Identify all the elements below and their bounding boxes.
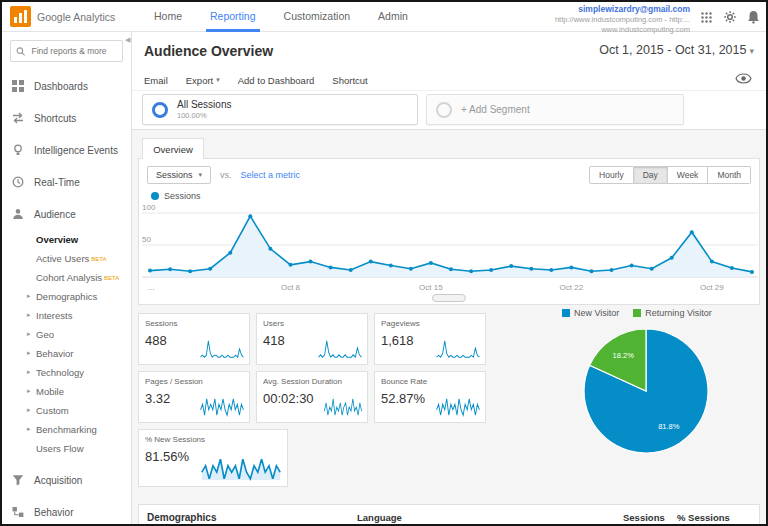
metric-picker-row: Sessions▾ vs. Select a metric xyxy=(147,166,300,184)
metric-card-pages-per-session[interactable]: Pages / Session 3.32 xyxy=(138,371,250,423)
account-property-line2: www.industcomputing.com xyxy=(555,25,690,35)
metric-card-sessions[interactable]: Sessions 488 xyxy=(138,313,250,365)
sparkline-chart xyxy=(199,397,245,417)
metric-card-pageviews[interactable]: Pageviews 1,618 xyxy=(374,313,486,365)
chart-scroll-handle[interactable] xyxy=(432,294,466,302)
metric-card-new-sessions[interactable]: % New Sessions 81.56% xyxy=(138,429,288,487)
legend-new-visitor[interactable]: New Visitor xyxy=(562,308,619,318)
demographics-heading: Demographics xyxy=(147,512,216,523)
metric-card-users[interactable]: Users 418 xyxy=(256,313,368,365)
bell-icon[interactable] xyxy=(747,10,760,24)
sidebar-item-dashboards[interactable]: Dashboards xyxy=(2,70,131,102)
google-analytics-logo[interactable] xyxy=(10,6,31,27)
granularity-hourly-button[interactable]: Hourly xyxy=(589,166,634,184)
flow-icon xyxy=(12,506,25,518)
sidebar-item-custom[interactable]: ▸Custom xyxy=(2,401,131,420)
nav-item-home[interactable]: Home xyxy=(140,2,196,32)
search-icon xyxy=(16,46,25,57)
tab-overview[interactable]: Overview xyxy=(142,138,204,159)
sessions-chart-panel: Sessions▾ vs. Select a metric Hourly Day… xyxy=(138,158,760,305)
sidebar-item-users-flow[interactable]: Users Flow xyxy=(2,439,131,458)
date-range-picker[interactable]: Oct 1, 2015 - Oct 31, 2015▾ xyxy=(599,43,754,57)
segment-builder: All Sessions 100.00% + Add Segment xyxy=(142,94,684,125)
sidebar-item-demographics[interactable]: ▸Demographics xyxy=(2,287,131,306)
metric-label: Pageviews xyxy=(381,319,479,328)
sidebar-item-real-time[interactable]: Real-Time xyxy=(2,166,131,198)
sparkline-chart xyxy=(317,339,363,359)
metric-label: Sessions xyxy=(145,319,243,328)
sidebar-subitem-label: Mobile xyxy=(36,386,64,397)
metric-select-dropdown[interactable]: Sessions▾ xyxy=(147,166,211,184)
legend-label: Returning Visitor xyxy=(645,308,711,318)
funnel-icon xyxy=(12,474,25,486)
nav-item-customization[interactable]: Customization xyxy=(270,2,365,32)
sidebar-item-technology[interactable]: ▸Technology xyxy=(2,363,131,382)
metric-card-bounce-rate[interactable]: Bounce Rate 52.87% xyxy=(374,371,486,423)
add-segment-button[interactable]: + Add Segment xyxy=(426,94,684,125)
expand-caret-icon: ▸ xyxy=(27,368,31,376)
gear-icon[interactable] xyxy=(723,10,737,24)
nav-item-admin[interactable]: Admin xyxy=(364,2,422,32)
returning-visitor-swatch-icon xyxy=(633,309,641,317)
sidebar-subitem-label: Active Users xyxy=(36,253,89,264)
sidebar-subitem-label: Technology xyxy=(36,367,84,378)
sessions-column-header[interactable]: Sessions xyxy=(623,512,665,523)
metric-card-avg-session-duration[interactable]: Avg. Session Duration 00:02:30 xyxy=(256,371,368,423)
all-sessions-segment[interactable]: All Sessions 100.00% xyxy=(142,94,418,125)
account-property-line1: http://www.industcomputing.com - http:..… xyxy=(555,15,690,25)
search-input[interactable] xyxy=(29,45,117,57)
metric-label: Pages / Session xyxy=(145,377,243,386)
apps-grid-icon[interactable] xyxy=(700,11,713,24)
select-metric-link[interactable]: Select a metric xyxy=(241,170,301,180)
chart-legend-label: Sessions xyxy=(164,191,201,201)
sidebar-subitem-label: Demographics xyxy=(36,291,97,302)
sidebar-collapse-button[interactable]: ◀ xyxy=(125,36,130,44)
brand-title: Google Analytics xyxy=(37,11,115,23)
demographics-table-panel: Demographics Language Sessions % Session… xyxy=(138,504,760,526)
sidebar-item-audience[interactable]: Audience xyxy=(2,198,131,230)
sidebar-subitem-label: Interests xyxy=(36,310,72,321)
sidebar-item-behavior[interactable]: Behavior xyxy=(2,496,131,524)
export-button[interactable]: Export▾ xyxy=(186,75,220,86)
svg-text:100: 100 xyxy=(142,203,156,212)
sidebar-item-geo[interactable]: ▸Geo xyxy=(2,325,131,344)
sidebar-subitem-label: Benchmarking xyxy=(36,424,97,435)
sidebar-item-interests[interactable]: ▸Interests xyxy=(2,306,131,325)
sidebar-item-shortcuts[interactable]: Shortcuts xyxy=(2,102,131,134)
sidebar-item-overview[interactable]: Overview xyxy=(2,230,131,249)
sidebar-item-active-users[interactable]: Active UsersBETA xyxy=(2,249,131,268)
account-switcher[interactable]: simplewizardry@gmail.com http://www.indu… xyxy=(555,4,690,35)
legend-returning-visitor[interactable]: Returning Visitor xyxy=(633,308,711,318)
dashboards-icon xyxy=(12,80,25,92)
granularity-week-button[interactable]: Week xyxy=(668,166,709,184)
email-button[interactable]: Email xyxy=(144,75,168,86)
sidebar-subitem-label: Geo xyxy=(36,329,54,340)
segment-percent: 100.00% xyxy=(177,111,231,120)
bar-chart-logo-icon xyxy=(10,6,31,27)
report-search[interactable] xyxy=(10,40,123,62)
expand-caret-icon: ▸ xyxy=(27,292,31,300)
shortcut-button[interactable]: Shortcut xyxy=(332,75,367,86)
sidebar-item-intelligence-events[interactable]: Intelligence Events xyxy=(2,134,131,166)
sidebar-item-mobile[interactable]: ▸Mobile xyxy=(2,382,131,401)
granularity-day-button[interactable]: Day xyxy=(634,166,668,184)
language-column-header[interactable]: Language xyxy=(357,512,402,523)
granularity-month-button[interactable]: Month xyxy=(708,166,751,184)
sidebar: Dashboards Shortcuts Intelligence Events… xyxy=(2,32,132,524)
pct-sessions-column-header[interactable]: % Sessions xyxy=(677,512,730,523)
add-to-dashboard-button[interactable]: Add to Dashboard xyxy=(238,75,315,86)
eye-icon[interactable] xyxy=(735,73,752,84)
legend-label: New Visitor xyxy=(574,308,619,318)
sidebar-item-behavior-sub[interactable]: ▸Behavior xyxy=(2,344,131,363)
svg-text:Oct 15: Oct 15 xyxy=(419,283,443,292)
sidebar-item-acquisition[interactable]: Acquisition xyxy=(2,464,131,496)
sidebar-item-benchmarking[interactable]: ▸Benchmarking xyxy=(2,420,131,439)
sidebar-item-cohort-analysis[interactable]: Cohort AnalysisBETA xyxy=(2,268,131,287)
account-email: simplewizardry@gmail.com xyxy=(555,4,690,15)
nav-item-reporting[interactable]: Reporting xyxy=(196,2,270,32)
svg-text:18.2%: 18.2% xyxy=(613,351,635,360)
segment-title: All Sessions xyxy=(177,99,231,111)
sessions-legend-dot-icon xyxy=(151,192,159,200)
chevron-down-icon: ▾ xyxy=(216,76,220,84)
sidebar-item-label: Behavior xyxy=(34,507,73,518)
